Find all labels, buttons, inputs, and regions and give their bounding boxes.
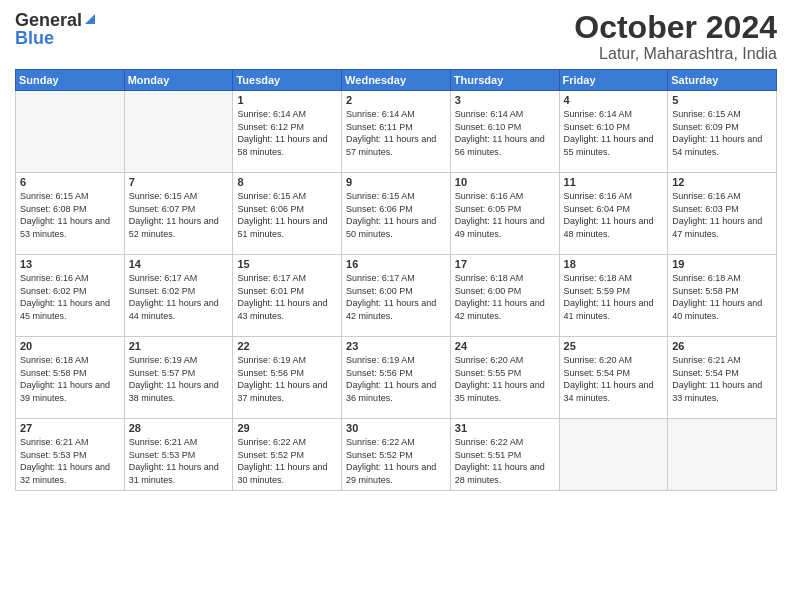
calendar-cell: 5Sunrise: 6:15 AMSunset: 6:09 PMDaylight… bbox=[668, 91, 777, 173]
day-number: 21 bbox=[129, 340, 229, 352]
day-number: 22 bbox=[237, 340, 337, 352]
calendar-cell: 14Sunrise: 6:17 AMSunset: 6:02 PMDayligh… bbox=[124, 255, 233, 337]
day-of-week-header: Tuesday bbox=[233, 70, 342, 91]
calendar-cell: 26Sunrise: 6:21 AMSunset: 5:54 PMDayligh… bbox=[668, 337, 777, 419]
calendar-cell: 30Sunrise: 6:22 AMSunset: 5:52 PMDayligh… bbox=[342, 419, 451, 491]
cell-info: Sunrise: 6:18 AMSunset: 6:00 PMDaylight:… bbox=[455, 272, 555, 322]
cell-info: Sunrise: 6:14 AMSunset: 6:11 PMDaylight:… bbox=[346, 108, 446, 158]
calendar-cell: 28Sunrise: 6:21 AMSunset: 5:53 PMDayligh… bbox=[124, 419, 233, 491]
calendar-header-row: SundayMondayTuesdayWednesdayThursdayFrid… bbox=[16, 70, 777, 91]
calendar-cell: 24Sunrise: 6:20 AMSunset: 5:55 PMDayligh… bbox=[450, 337, 559, 419]
cell-info: Sunrise: 6:18 AMSunset: 5:58 PMDaylight:… bbox=[672, 272, 772, 322]
day-number: 14 bbox=[129, 258, 229, 270]
calendar: SundayMondayTuesdayWednesdayThursdayFrid… bbox=[15, 69, 777, 491]
day-number: 13 bbox=[20, 258, 120, 270]
day-number: 6 bbox=[20, 176, 120, 188]
day-number: 20 bbox=[20, 340, 120, 352]
calendar-cell bbox=[16, 91, 125, 173]
page: General Blue October 2024 Latur, Maharas… bbox=[0, 0, 792, 612]
day-number: 15 bbox=[237, 258, 337, 270]
cell-info: Sunrise: 6:18 AMSunset: 5:59 PMDaylight:… bbox=[564, 272, 664, 322]
cell-info: Sunrise: 6:16 AMSunset: 6:03 PMDaylight:… bbox=[672, 190, 772, 240]
logo-blue: Blue bbox=[15, 28, 54, 49]
day-of-week-header: Sunday bbox=[16, 70, 125, 91]
calendar-cell: 2Sunrise: 6:14 AMSunset: 6:11 PMDaylight… bbox=[342, 91, 451, 173]
calendar-cell: 23Sunrise: 6:19 AMSunset: 5:56 PMDayligh… bbox=[342, 337, 451, 419]
day-number: 5 bbox=[672, 94, 772, 106]
calendar-cell: 12Sunrise: 6:16 AMSunset: 6:03 PMDayligh… bbox=[668, 173, 777, 255]
calendar-cell: 1Sunrise: 6:14 AMSunset: 6:12 PMDaylight… bbox=[233, 91, 342, 173]
day-number: 24 bbox=[455, 340, 555, 352]
calendar-cell: 25Sunrise: 6:20 AMSunset: 5:54 PMDayligh… bbox=[559, 337, 668, 419]
calendar-cell: 31Sunrise: 6:22 AMSunset: 5:51 PMDayligh… bbox=[450, 419, 559, 491]
calendar-cell: 27Sunrise: 6:21 AMSunset: 5:53 PMDayligh… bbox=[16, 419, 125, 491]
day-number: 4 bbox=[564, 94, 664, 106]
day-of-week-header: Thursday bbox=[450, 70, 559, 91]
calendar-cell: 18Sunrise: 6:18 AMSunset: 5:59 PMDayligh… bbox=[559, 255, 668, 337]
day-number: 28 bbox=[129, 422, 229, 434]
cell-info: Sunrise: 6:22 AMSunset: 5:51 PMDaylight:… bbox=[455, 436, 555, 486]
day-number: 27 bbox=[20, 422, 120, 434]
logo-triangle-icon bbox=[83, 12, 97, 30]
day-number: 26 bbox=[672, 340, 772, 352]
cell-info: Sunrise: 6:20 AMSunset: 5:54 PMDaylight:… bbox=[564, 354, 664, 404]
day-number: 16 bbox=[346, 258, 446, 270]
cell-info: Sunrise: 6:18 AMSunset: 5:58 PMDaylight:… bbox=[20, 354, 120, 404]
calendar-cell bbox=[668, 419, 777, 491]
cell-info: Sunrise: 6:16 AMSunset: 6:02 PMDaylight:… bbox=[20, 272, 120, 322]
cell-info: Sunrise: 6:15 AMSunset: 6:08 PMDaylight:… bbox=[20, 190, 120, 240]
cell-info: Sunrise: 6:17 AMSunset: 6:01 PMDaylight:… bbox=[237, 272, 337, 322]
cell-info: Sunrise: 6:14 AMSunset: 6:10 PMDaylight:… bbox=[455, 108, 555, 158]
day-number: 12 bbox=[672, 176, 772, 188]
day-number: 1 bbox=[237, 94, 337, 106]
day-number: 10 bbox=[455, 176, 555, 188]
cell-info: Sunrise: 6:21 AMSunset: 5:53 PMDaylight:… bbox=[129, 436, 229, 486]
calendar-cell: 13Sunrise: 6:16 AMSunset: 6:02 PMDayligh… bbox=[16, 255, 125, 337]
day-number: 18 bbox=[564, 258, 664, 270]
day-number: 19 bbox=[672, 258, 772, 270]
cell-info: Sunrise: 6:17 AMSunset: 6:02 PMDaylight:… bbox=[129, 272, 229, 322]
calendar-cell: 21Sunrise: 6:19 AMSunset: 5:57 PMDayligh… bbox=[124, 337, 233, 419]
day-number: 11 bbox=[564, 176, 664, 188]
calendar-cell: 8Sunrise: 6:15 AMSunset: 6:06 PMDaylight… bbox=[233, 173, 342, 255]
day-number: 31 bbox=[455, 422, 555, 434]
month-title: October 2024 bbox=[574, 10, 777, 45]
day-number: 23 bbox=[346, 340, 446, 352]
cell-info: Sunrise: 6:14 AMSunset: 6:10 PMDaylight:… bbox=[564, 108, 664, 158]
day-number: 7 bbox=[129, 176, 229, 188]
calendar-cell: 11Sunrise: 6:16 AMSunset: 6:04 PMDayligh… bbox=[559, 173, 668, 255]
header: General Blue October 2024 Latur, Maharas… bbox=[15, 10, 777, 63]
day-number: 17 bbox=[455, 258, 555, 270]
cell-info: Sunrise: 6:19 AMSunset: 5:57 PMDaylight:… bbox=[129, 354, 229, 404]
calendar-cell: 9Sunrise: 6:15 AMSunset: 6:06 PMDaylight… bbox=[342, 173, 451, 255]
cell-info: Sunrise: 6:15 AMSunset: 6:09 PMDaylight:… bbox=[672, 108, 772, 158]
day-number: 30 bbox=[346, 422, 446, 434]
svg-marker-0 bbox=[85, 14, 95, 24]
cell-info: Sunrise: 6:19 AMSunset: 5:56 PMDaylight:… bbox=[346, 354, 446, 404]
day-of-week-header: Friday bbox=[559, 70, 668, 91]
day-number: 2 bbox=[346, 94, 446, 106]
day-of-week-header: Saturday bbox=[668, 70, 777, 91]
cell-info: Sunrise: 6:15 AMSunset: 6:06 PMDaylight:… bbox=[237, 190, 337, 240]
calendar-cell: 15Sunrise: 6:17 AMSunset: 6:01 PMDayligh… bbox=[233, 255, 342, 337]
day-number: 29 bbox=[237, 422, 337, 434]
cell-info: Sunrise: 6:14 AMSunset: 6:12 PMDaylight:… bbox=[237, 108, 337, 158]
calendar-cell: 22Sunrise: 6:19 AMSunset: 5:56 PMDayligh… bbox=[233, 337, 342, 419]
cell-info: Sunrise: 6:15 AMSunset: 6:06 PMDaylight:… bbox=[346, 190, 446, 240]
calendar-cell bbox=[559, 419, 668, 491]
cell-info: Sunrise: 6:16 AMSunset: 6:05 PMDaylight:… bbox=[455, 190, 555, 240]
location: Latur, Maharashtra, India bbox=[574, 45, 777, 63]
calendar-cell: 7Sunrise: 6:15 AMSunset: 6:07 PMDaylight… bbox=[124, 173, 233, 255]
calendar-cell: 10Sunrise: 6:16 AMSunset: 6:05 PMDayligh… bbox=[450, 173, 559, 255]
logo: General Blue bbox=[15, 10, 97, 49]
calendar-cell: 6Sunrise: 6:15 AMSunset: 6:08 PMDaylight… bbox=[16, 173, 125, 255]
cell-info: Sunrise: 6:15 AMSunset: 6:07 PMDaylight:… bbox=[129, 190, 229, 240]
calendar-cell: 3Sunrise: 6:14 AMSunset: 6:10 PMDaylight… bbox=[450, 91, 559, 173]
cell-info: Sunrise: 6:16 AMSunset: 6:04 PMDaylight:… bbox=[564, 190, 664, 240]
calendar-cell: 20Sunrise: 6:18 AMSunset: 5:58 PMDayligh… bbox=[16, 337, 125, 419]
cell-info: Sunrise: 6:22 AMSunset: 5:52 PMDaylight:… bbox=[237, 436, 337, 486]
calendar-cell: 4Sunrise: 6:14 AMSunset: 6:10 PMDaylight… bbox=[559, 91, 668, 173]
day-number: 8 bbox=[237, 176, 337, 188]
calendar-cell bbox=[124, 91, 233, 173]
day-of-week-header: Wednesday bbox=[342, 70, 451, 91]
